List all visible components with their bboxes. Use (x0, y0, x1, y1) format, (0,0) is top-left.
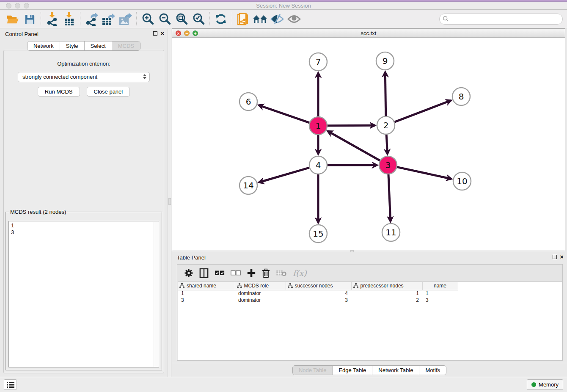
control-panel-close-button[interactable]: × (160, 31, 164, 36)
column-header-shared-name[interactable]: shared name (178, 282, 235, 290)
zoom-fit-button[interactable] (173, 11, 190, 27)
clone-network-icon (237, 12, 250, 26)
graph-edge-4-14[interactable] (259, 168, 309, 182)
cell-name[interactable]: 3 (422, 297, 458, 304)
network-window-titlebar[interactable]: × − + scc.txt (172, 29, 565, 38)
show-graphics-details-button[interactable] (286, 11, 303, 27)
window-title: Session: New Session (0, 3, 567, 9)
graph-edge-3-11[interactable] (388, 174, 391, 221)
tab-select[interactable]: Select (84, 41, 112, 50)
network-canvas[interactable]: 7968124314101511 (172, 38, 565, 251)
cell-name[interactable]: 1 (422, 290, 458, 297)
column-header-predecessor-nodes[interactable]: predecessor nodes (351, 282, 422, 290)
add-row-button[interactable] (247, 267, 256, 279)
column-header-name[interactable]: name (422, 282, 458, 290)
import-network-button[interactable] (44, 11, 61, 27)
graph-node-label-8: 8 (459, 91, 464, 102)
criterion-dropdown[interactable]: strongly connected component (18, 72, 150, 82)
network-graph[interactable]: 7968124314101511 (172, 38, 565, 251)
deselect-all-columns-button[interactable] (231, 267, 241, 279)
graph-edge-3-10[interactable] (397, 167, 451, 179)
cell-successor-nodes[interactable]: 3 (286, 297, 351, 304)
cell-shared-name[interactable]: 1 (178, 290, 235, 297)
refresh-network-button[interactable] (212, 11, 229, 27)
graph-edge-3-1[interactable] (328, 131, 380, 160)
table-row[interactable]: 3 dominator 3 2 3 (178, 297, 458, 304)
cell-mcds-role[interactable]: dominator (235, 290, 286, 297)
splitter-grip[interactable] (168, 198, 171, 205)
node-table[interactable]: shared name MCDS role successor nodes pr… (178, 282, 562, 360)
search-input[interactable] (439, 14, 563, 25)
column-header-mcds-role[interactable]: MCDS role (235, 282, 286, 290)
graph-node-label-3: 3 (385, 160, 391, 170)
tab-node-table[interactable]: Node Table (293, 366, 333, 375)
run-mcds-button[interactable]: Run MCDS (38, 87, 80, 97)
zoom-in-button[interactable] (139, 11, 156, 27)
export-table-button[interactable] (100, 11, 117, 27)
zoom-out-button[interactable] (156, 11, 173, 27)
status-bar: Memory (0, 377, 567, 392)
table-panel: Table Panel × (172, 252, 567, 377)
graph-edge-1-2[interactable] (328, 125, 375, 126)
delete-row-button[interactable] (262, 267, 270, 279)
import-table-icon (63, 12, 75, 26)
cell-predecessor-nodes[interactable]: 1 (351, 290, 422, 297)
network-view-window: × − + scc.txt 7968124314101511 (172, 28, 565, 251)
tree-icon (288, 283, 293, 288)
graph-edge-1-6[interactable] (259, 105, 310, 122)
graph-edge-2-8[interactable] (395, 100, 451, 122)
memory-status-button[interactable]: Memory (527, 379, 563, 390)
search-container (439, 14, 563, 25)
table-row[interactable]: 1 dominator 4 1 1 (178, 290, 458, 297)
cell-predecessor-nodes[interactable]: 2 (351, 297, 422, 304)
toolbar-separator (136, 12, 137, 26)
graph-edge-2-3[interactable] (386, 135, 387, 154)
show-column-button[interactable] (199, 267, 209, 279)
save-session-button[interactable] (21, 11, 38, 27)
table-toolbar: f(x) (177, 265, 562, 282)
column-settings-button[interactable] (184, 267, 193, 279)
close-panel-button[interactable]: Close panel (87, 87, 130, 97)
tab-mcds[interactable]: MCDS (112, 41, 140, 50)
export-network-button[interactable] (83, 11, 100, 27)
graph-node-label-15: 15 (313, 229, 323, 239)
hide-graphics-details-button[interactable] (269, 11, 286, 27)
panel-splitter-vertical[interactable] (168, 29, 171, 377)
show-task-history-button[interactable] (4, 379, 17, 390)
save-floppy-icon (24, 14, 36, 25)
refresh-icon (215, 13, 227, 25)
column-header-successor-nodes[interactable]: successor nodes (286, 282, 351, 290)
tab-style[interactable]: Style (60, 41, 84, 50)
control-panel-float-button[interactable] (153, 31, 157, 36)
result-scrollbar[interactable] (154, 222, 158, 367)
toolbar-separator (209, 12, 210, 26)
zoom-fit-icon (175, 13, 188, 25)
open-session-button[interactable] (4, 11, 21, 27)
mcds-result-box: MCDS result (2 nodes) 1 3 (6, 209, 162, 370)
zoom-selected-button[interactable] (190, 11, 207, 27)
toolbar-separator (41, 12, 41, 26)
select-all-columns-button[interactable] (215, 267, 225, 279)
cell-shared-name[interactable]: 3 (178, 297, 235, 304)
table-panel-close-button[interactable]: × (560, 254, 564, 259)
graph-node-label-10: 10 (457, 176, 467, 186)
cell-mcds-role[interactable]: dominator (235, 297, 286, 304)
clone-network-button[interactable] (235, 11, 252, 27)
import-table-button[interactable] (61, 11, 77, 27)
export-image-icon (118, 12, 132, 26)
eye-slash-icon (270, 14, 284, 25)
show-all-networks-button[interactable] (252, 11, 269, 27)
tab-motifs[interactable]: Motifs (419, 366, 446, 375)
graph-node-label-7: 7 (316, 57, 321, 67)
mcds-result-list[interactable]: 1 3 (8, 221, 159, 367)
export-image-button[interactable] (117, 11, 134, 27)
table-panel-tabs: Node Table Edge Table Network Table Moti… (292, 365, 446, 375)
graph-edge-2-9[interactable] (385, 72, 385, 116)
cell-successor-nodes[interactable]: 4 (286, 290, 351, 297)
tab-network-table[interactable]: Network Table (372, 366, 419, 375)
table-panel-float-button[interactable] (553, 255, 557, 259)
tab-edge-table[interactable]: Edge Table (332, 366, 372, 375)
search-icon (443, 16, 449, 22)
export-network-icon (85, 12, 98, 26)
tab-network[interactable]: Network (28, 41, 60, 50)
